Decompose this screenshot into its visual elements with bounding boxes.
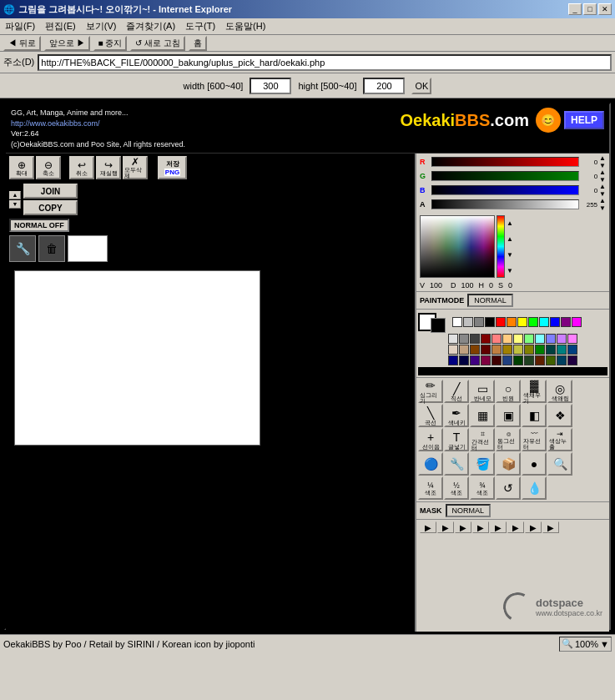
diamond-tool[interactable]: ❖ — [547, 404, 572, 427]
menu-tools[interactable]: 도구(T) — [180, 18, 220, 34]
palette-cell[interactable] — [546, 334, 556, 344]
lasso-tool[interactable]: 〰자유선터 — [522, 428, 547, 451]
height-input[interactable] — [363, 78, 405, 94]
palette-cell[interactable] — [496, 317, 506, 327]
tool-s4[interactable]: 📦 — [496, 452, 521, 476]
palette-cell[interactable] — [459, 334, 469, 344]
circle-select-tool[interactable]: ⌾동그선터 — [496, 428, 521, 451]
hue-down[interactable]: ▼ — [507, 267, 513, 274]
palette-cell[interactable] — [561, 317, 571, 327]
palette-cell[interactable] — [567, 345, 577, 355]
color-spectrum[interactable] — [420, 215, 495, 278]
scroll-btn-4[interactable]: ▶ — [472, 521, 489, 533]
color-pick-tool[interactable]: ⇥색상누출 — [547, 428, 572, 451]
minimize-button[interactable]: _ — [568, 3, 582, 15]
palette-cell[interactable] — [470, 345, 480, 355]
three-quarter-color[interactable]: ¾색조 — [470, 476, 495, 500]
hue-bar[interactable] — [497, 215, 505, 278]
a-up-arrow[interactable]: ▲ — [599, 197, 606, 204]
r-slider[interactable] — [431, 157, 579, 167]
hue-up[interactable]: ▲ — [507, 219, 513, 227]
line-tool[interactable]: ╱직선 — [444, 380, 469, 403]
tool-s1[interactable]: 🔵 — [418, 452, 443, 476]
ok-button[interactable]: OK — [411, 78, 431, 94]
scroll-btn-1[interactable]: ▶ — [420, 521, 436, 533]
a-down-arrow[interactable]: ▼ — [599, 204, 606, 212]
palette-cell[interactable] — [481, 334, 491, 344]
tool-s3[interactable]: 🪣 — [470, 452, 495, 476]
close-button[interactable]: ✕ — [598, 3, 612, 15]
drawing-canvas[interactable] — [14, 270, 260, 446]
palette-cell[interactable] — [550, 317, 560, 327]
grid-select-tool[interactable]: ⌗간격선터 — [470, 428, 495, 451]
refresh-button[interactable]: ↺ 새로 고침 — [130, 36, 185, 51]
palette-cell[interactable] — [557, 355, 567, 365]
maximize-button[interactable]: □ — [583, 3, 597, 15]
palette-cell[interactable] — [481, 355, 491, 365]
palette-cell[interactable] — [557, 345, 567, 355]
palette-cell[interactable] — [481, 345, 491, 355]
hue-mid1[interactable]: ▲ — [507, 235, 513, 243]
join-button[interactable]: JOIN — [23, 184, 78, 199]
tool-s5[interactable]: ● — [522, 452, 547, 476]
scroll-btn-6[interactable]: ▶ — [507, 521, 524, 533]
forward-button[interactable]: 앞으로 ▶ — [44, 36, 90, 51]
scroll-btn-2[interactable]: ▶ — [437, 521, 454, 533]
palette-cell[interactable] — [535, 355, 545, 365]
drop-tool[interactable]: 💧 — [522, 476, 547, 500]
g-up-arrow[interactable]: ▲ — [599, 169, 606, 176]
connect-tool[interactable]: +선이음 — [418, 428, 443, 451]
curve-tool[interactable]: ╲곡선 — [418, 404, 443, 427]
address-input[interactable] — [38, 54, 612, 71]
palette-cell[interactable] — [567, 355, 577, 365]
palette-cell[interactable] — [452, 317, 462, 327]
clear-button[interactable]: ✗ 모두삭제 — [123, 156, 148, 179]
palette-cell[interactable] — [513, 355, 523, 365]
half-color[interactable]: ½색조 — [444, 476, 469, 500]
palette-cell[interactable] — [485, 317, 495, 327]
palette-cell[interactable] — [502, 345, 512, 355]
palette-cell[interactable] — [528, 317, 538, 327]
zoom-arrow[interactable]: ▼ — [600, 639, 609, 649]
help-button[interactable]: HELP — [564, 111, 604, 129]
palette-cell[interactable] — [463, 317, 473, 327]
join-down-arrow[interactable]: ▼ — [9, 200, 21, 209]
save-button[interactable]: 저장 PNG — [158, 156, 187, 179]
palette-cell[interactable] — [491, 345, 502, 355]
smear-tool[interactable]: ◧ — [522, 404, 547, 427]
palette-cell[interactable] — [470, 334, 480, 344]
menu-favorites[interactable]: 즐겨찾기(A) — [121, 18, 180, 34]
palette-cell[interactable] — [572, 317, 582, 327]
palette-cell[interactable] — [448, 334, 458, 344]
color-selected-bg[interactable] — [431, 318, 446, 333]
tool-s2[interactable]: 🔧 — [444, 452, 469, 476]
scroll-btn-7[interactable]: ▶ — [525, 521, 542, 533]
scroll-btn-8[interactable]: ▶ — [542, 521, 559, 533]
scroll-btn-3[interactable]: ▶ — [455, 521, 471, 533]
stop-button[interactable]: ■ 중지 — [93, 36, 128, 51]
palette-cell[interactable] — [567, 334, 577, 344]
palette-cell[interactable] — [502, 334, 512, 344]
palette-cell[interactable] — [546, 355, 556, 365]
redo-button[interactable]: ↪ 재실행 — [96, 156, 121, 179]
palette-cell[interactable] — [524, 355, 534, 365]
menu-edit[interactable]: 편집(E) — [40, 18, 81, 34]
fill-tool[interactable]: ▓색채우기 — [522, 380, 547, 403]
b-slider[interactable] — [431, 185, 579, 195]
back-button[interactable]: ◀ 뒤로 — [3, 36, 41, 51]
zoom-in-button[interactable]: ⊕ 확대 — [9, 156, 34, 179]
calligraphy-tool[interactable]: ✒색네키 — [444, 404, 469, 427]
palette-cell[interactable] — [448, 345, 458, 355]
palette-cell[interactable] — [535, 334, 545, 344]
palette-cell[interactable] — [502, 355, 512, 365]
palette-cell[interactable] — [524, 345, 534, 355]
zoom-out-button[interactable]: ⊖ 축소 — [36, 156, 61, 179]
palette-cell[interactable] — [474, 317, 484, 327]
copy-button[interactable]: COPY — [23, 200, 78, 215]
palette-cell[interactable] — [557, 334, 567, 344]
palette-cell[interactable] — [448, 355, 458, 365]
b-up-arrow[interactable]: ▲ — [599, 183, 606, 190]
pencil-tool[interactable]: ✏싱그리기 — [418, 380, 443, 403]
mask-value[interactable]: NORMAL — [446, 504, 491, 517]
palette-cell[interactable] — [459, 345, 469, 355]
